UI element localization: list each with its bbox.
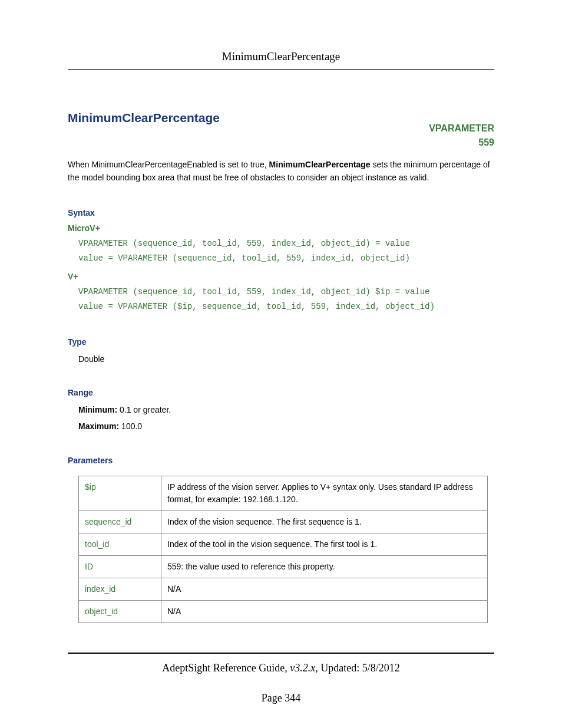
page-title: MinimumClearPercentage bbox=[68, 111, 220, 125]
header-title: MinimumClearPercentage bbox=[222, 50, 340, 62]
table-row: index_id N/A bbox=[79, 578, 488, 600]
table-row: $ip IP address of the vision server. App… bbox=[79, 476, 488, 510]
table-row: object_id N/A bbox=[79, 600, 488, 622]
param-name: object_id bbox=[79, 600, 161, 622]
intro-prefix: When MinimumClearPercentageEnabled is se… bbox=[68, 160, 269, 169]
footer-version: , v3.2.x bbox=[285, 662, 315, 674]
footer-guide: AdeptSight Reference Guide bbox=[162, 662, 285, 674]
table-row: ID 559: the value used to reference this… bbox=[79, 555, 488, 578]
param-name: $ip bbox=[79, 476, 161, 510]
intro-bold: MinimumClearPercentage bbox=[269, 160, 371, 169]
param-desc: Index of the vision sequence. The first … bbox=[161, 510, 488, 533]
param-desc: N/A bbox=[161, 578, 488, 600]
vplus-label: V+ bbox=[68, 272, 494, 281]
document-page: MinimumClearPercentage MinimumClearPerce… bbox=[0, 0, 562, 728]
microv-line1: VPARAMETER (sequence_id, tool_id, 559, i… bbox=[78, 239, 410, 248]
range-max-value: 100.0 bbox=[119, 421, 142, 431]
param-desc: 559: the value used to reference this pr… bbox=[161, 555, 488, 578]
vplus-line2: value = VPARAMETER ($ip, sequence_id, to… bbox=[78, 302, 435, 311]
title-row: MinimumClearPercentage VPARAMETER 559 bbox=[68, 111, 494, 150]
type-heading: Type bbox=[68, 337, 494, 347]
param-name: index_id bbox=[79, 578, 161, 600]
parameters-heading: Parameters bbox=[68, 456, 494, 465]
microv-label: MicroV+ bbox=[68, 223, 494, 233]
table-row: sequence_id Index of the vision sequence… bbox=[79, 510, 488, 533]
param-desc: N/A bbox=[161, 600, 488, 622]
syntax-heading: Syntax bbox=[68, 208, 494, 218]
footer-updated: , Updated: 5/8/2012 bbox=[315, 662, 399, 674]
param-desc: Index of the tool in the vision sequence… bbox=[161, 533, 488, 555]
range-min-label: Minimum: bbox=[78, 405, 117, 414]
param-desc: IP address of the vision server. Applies… bbox=[161, 476, 488, 510]
page-header: MinimumClearPercentage bbox=[68, 50, 494, 70]
footer-rule bbox=[68, 653, 494, 654]
param-name: ID bbox=[79, 555, 161, 578]
table-row: tool_id Index of the tool in the vision … bbox=[79, 533, 488, 555]
vplus-code: VPARAMETER (sequence_id, tool_id, 559, i… bbox=[78, 285, 494, 314]
vplus-line1: VPARAMETER (sequence_id, tool_id, 559, i… bbox=[78, 287, 430, 297]
param-name: sequence_id bbox=[79, 510, 161, 533]
parameters-table: $ip IP address of the vision server. App… bbox=[78, 476, 488, 623]
type-value: Double bbox=[78, 353, 494, 365]
range-min: Minimum: 0.1 or greater. bbox=[78, 403, 494, 416]
range-max-label: Maximum: bbox=[78, 421, 119, 431]
page-footer: AdeptSight Reference Guide, v3.2.x, Upda… bbox=[68, 653, 494, 704]
param-name: tool_id bbox=[79, 533, 161, 555]
vparameter-label: VPARAMETER bbox=[429, 123, 494, 133]
range-max: Maximum: 100.0 bbox=[78, 420, 494, 433]
vparameter-id: 559 bbox=[478, 137, 494, 147]
range-min-value: 0.1 or greater. bbox=[117, 405, 171, 414]
intro-paragraph: When MinimumClearPercentageEnabled is se… bbox=[68, 158, 494, 185]
vparameter-badge: VPARAMETER 559 bbox=[429, 121, 494, 150]
footer-text: AdeptSight Reference Guide, v3.2.x, Upda… bbox=[68, 662, 494, 674]
microv-code: VPARAMETER (sequence_id, tool_id, 559, i… bbox=[78, 236, 494, 266]
page-number: Page 344 bbox=[68, 692, 494, 704]
range-heading: Range bbox=[68, 388, 494, 397]
microv-line2: value = VPARAMETER (sequence_id, tool_id… bbox=[78, 253, 410, 263]
